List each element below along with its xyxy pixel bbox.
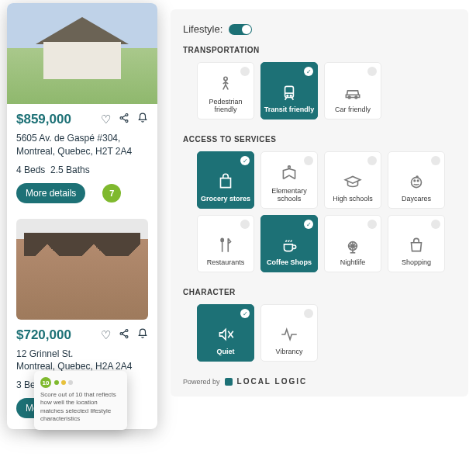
daycare-icon [405,171,428,192]
tile-label: Coffee Shops [267,259,312,267]
check-icon: ✓ [240,156,250,165]
listing-address: 12 Grinnel St. Montreal, Quebec, H2A 2A4 [16,348,148,374]
svg-point-10 [224,77,227,80]
tile-label: Pedestrian friendly [198,99,254,114]
section-title-character: CHARACTER [183,288,456,296]
svg-point-13 [287,95,288,97]
listing-body: $859,000 ♡ 5605 Av. de Gaspé #304, Montr… [7,104,157,203]
nightlife-icon [341,234,364,256]
tooltip-score-badge: 10 [40,377,51,388]
svg-point-18 [412,178,422,188]
tile-label: Restaurants [207,259,245,267]
listing-beds-baths: 4 Beds 2.5 Baths [16,165,148,175]
check-icon [431,220,440,229]
check-icon [304,156,313,165]
restaurant-icon [214,234,237,256]
svg-point-19 [414,180,416,182]
listing-price: $859,000 [16,112,71,127]
svg-line-4 [122,119,126,121]
address-line2: Montreal, Quebec, H2T 2A4 [16,146,132,157]
tile-transit-friendly[interactable]: ✓ Transit friendly [260,62,318,119]
heart-icon[interactable]: ♡ [101,328,111,342]
share-icon[interactable] [119,113,129,126]
elementary-icon [278,163,301,185]
check-icon: ✓ [240,309,250,318]
tile-label: Shopping [402,259,431,267]
score-badge[interactable]: 7 [102,184,121,203]
beds-text: 4 Beds [16,165,45,175]
tile-coffee[interactable]: ✓ Coffee Shops [260,215,318,272]
share-icon[interactable] [119,328,129,342]
lifestyle-label: Lifestyle: [183,23,222,35]
section-title-services: ACCESS TO SERVICES [183,135,456,144]
powered-by-label: Powered by [183,378,220,386]
svg-point-17 [288,166,291,168]
listing-price: $720,000 [16,327,71,343]
tile-label: Quiet [216,348,234,356]
tile-label: Elementary schools [261,188,317,203]
check-icon [367,156,377,165]
tile-daycare[interactable]: Daycares [388,151,445,209]
tile-elementary[interactable]: Elementary schools [260,151,318,209]
tile-row-transportation: Pedestrian friendly ✓ Transit friendly C… [197,62,456,119]
check-icon: ✓ [304,220,313,229]
vibrancy-icon [278,324,301,345]
tile-car-friendly[interactable]: Car friendly [324,62,381,119]
listing-card[interactable]: $859,000 ♡ 5605 Av. de Gaspé #304, Montr… [7,3,157,203]
address-line1: 12 Grinnel St. [16,348,73,359]
tile-row-character: ✓ Quiet Vibrancy [197,304,456,362]
svg-point-20 [417,180,419,182]
listing-photo [16,219,148,320]
tile-label: Car friendly [335,106,371,114]
bell-icon[interactable] [137,113,148,126]
tile-shopping[interactable]: Shopping [388,215,445,272]
tile-vibrancy[interactable]: Vibrancy [260,304,318,362]
check-icon [367,67,377,76]
check-icon [240,67,250,76]
listings-sidebar: $859,000 ♡ 5605 Av. de Gaspé #304, Montr… [7,3,157,429]
highschool-icon [341,171,364,192]
quiet-icon [214,324,237,345]
score-tooltip: 10 Score out of 10 that reflects how wel… [34,371,127,430]
tile-label: Nightlife [340,259,366,267]
check-icon [240,220,250,229]
svg-line-8 [122,331,126,333]
tile-row-services: ✓ Grocery stores Elementary schools High… [197,151,456,272]
tooltip-dots [54,380,73,385]
bell-icon[interactable] [137,328,148,342]
heart-icon[interactable]: ♡ [101,113,111,126]
tile-grocery[interactable]: ✓ Grocery stores [197,151,254,209]
tile-restaurants[interactable]: Restaurants [197,215,254,272]
check-icon [304,309,313,318]
car-icon [341,81,364,103]
tile-label: Daycares [402,196,431,203]
shopping-icon [405,234,428,256]
address-line1: 5605 Av. de Gaspé #304, [16,133,120,144]
tile-pedestrian-friendly[interactable]: Pedestrian friendly [197,62,254,119]
svg-line-9 [122,334,126,336]
section-title-transportation: TRANSPORTATION [183,46,456,54]
grocery-icon [214,171,237,192]
baths-text: 2.5 Baths [50,165,90,175]
brand-text: LOCAL LOGIC [237,377,308,386]
tile-highschool[interactable]: High schools [324,151,381,209]
listing-address: 5605 Av. de Gaspé #304, Montreal, Quebec… [16,132,148,158]
svg-line-3 [122,116,126,118]
listing-photo [7,3,157,104]
more-details-button[interactable]: More details [16,183,85,203]
transit-icon [278,81,301,103]
tile-label: High schools [333,196,373,203]
check-icon [367,220,377,229]
local-logic-icon [225,378,233,386]
check-icon: ✓ [304,67,313,76]
check-icon [431,156,440,165]
tile-quiet[interactable]: ✓ Quiet [197,304,254,362]
pedestrian-icon [214,74,237,95]
tile-label: Grocery stores [201,196,250,203]
tile-nightlife[interactable]: Nightlife [324,215,381,272]
lifestyle-toggle[interactable] [229,24,252,35]
coffee-icon [278,234,301,256]
tile-label: Transit friendly [264,106,315,114]
lifestyle-panel: Lifestyle: TRANSPORTATION Pedestrian fri… [171,9,468,397]
powered-by: Powered by LOCAL LOGIC [183,377,456,386]
